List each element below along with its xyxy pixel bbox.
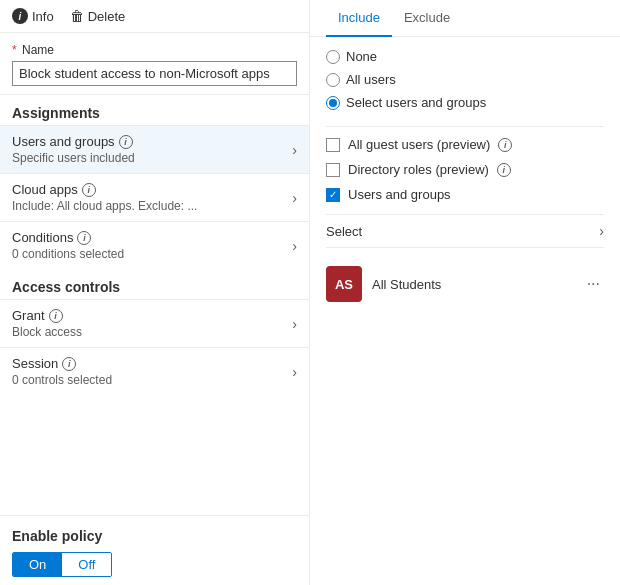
required-star: * (12, 43, 17, 57)
top-toolbar: i Info 🗑 Delete (0, 0, 309, 33)
users-groups-info-icon: i (119, 135, 133, 149)
name-label: * Name (12, 43, 297, 57)
radio-none[interactable]: None (326, 49, 604, 64)
radio-none-input[interactable] (326, 50, 340, 64)
users-groups-chevron: › (292, 142, 297, 158)
conditions-info-icon: i (77, 231, 91, 245)
checkbox-directory-roles-label: Directory roles (preview) (348, 162, 489, 177)
group-avatar: AS (326, 266, 362, 302)
checkbox-group: All guest users (preview) i Directory ro… (326, 137, 604, 202)
checkbox-users-groups[interactable]: Users and groups (326, 187, 604, 202)
users-groups-nav[interactable]: Users and groups i Specific users includ… (0, 125, 309, 173)
select-row[interactable]: Select › (326, 214, 604, 248)
delete-label: Delete (88, 9, 126, 24)
enable-policy-label: Enable policy (12, 528, 297, 544)
radio-group: None All users Select users and groups (326, 49, 604, 110)
radio-select-users-groups-label: Select users and groups (346, 95, 486, 110)
tab-exclude[interactable]: Exclude (392, 0, 462, 37)
radio-none-label: None (346, 49, 377, 64)
checkbox-directory-roles[interactable]: Directory roles (preview) i (326, 162, 604, 177)
access-controls-header: Access controls (0, 269, 309, 299)
group-item: AS All Students ··· (326, 260, 604, 308)
name-section: * Name (0, 33, 309, 95)
checkbox-users-groups-box[interactable] (326, 188, 340, 202)
radio-select-users-groups-input[interactable] (326, 96, 340, 110)
directory-roles-info-icon: i (497, 163, 511, 177)
radio-all-users[interactable]: All users (326, 72, 604, 87)
info-icon: i (12, 8, 28, 24)
conditions-nav[interactable]: Conditions i 0 conditions selected › (0, 221, 309, 269)
info-label: Info (32, 9, 54, 24)
checkbox-guest-users[interactable]: All guest users (preview) i (326, 137, 604, 152)
right-panel: Include Exclude None All users Select us… (310, 0, 620, 585)
radio-all-users-input[interactable] (326, 73, 340, 87)
cloud-apps-chevron: › (292, 190, 297, 206)
grant-nav[interactable]: Grant i Block access › (0, 299, 309, 347)
info-button[interactable]: i Info (12, 8, 54, 24)
checkbox-users-groups-label: Users and groups (348, 187, 451, 202)
toggle-off-button[interactable]: Off (62, 553, 111, 576)
checkbox-directory-roles-box[interactable] (326, 163, 340, 177)
cloud-apps-subtitle: Include: All cloud apps. Exclude: ... (12, 199, 292, 213)
session-title: Session (12, 356, 58, 371)
users-groups-subtitle: Specific users included (12, 151, 292, 165)
toggle-on-button[interactable]: On (13, 553, 62, 576)
checkbox-guest-users-box[interactable] (326, 138, 340, 152)
select-label: Select (326, 224, 362, 239)
delete-icon: 🗑 (70, 8, 84, 24)
grant-title: Grant (12, 308, 45, 323)
session-nav[interactable]: Session i 0 controls selected › (0, 347, 309, 395)
enable-policy-section: Enable policy On Off (0, 515, 309, 585)
left-panel: i Info 🗑 Delete * Name Assignments Users… (0, 0, 310, 585)
grant-subtitle: Block access (12, 325, 292, 339)
guest-users-info-icon: i (498, 138, 512, 152)
radio-all-users-label: All users (346, 72, 396, 87)
cloud-apps-title: Cloud apps (12, 182, 78, 197)
conditions-title: Conditions (12, 230, 73, 245)
radio-select-users-groups[interactable]: Select users and groups (326, 95, 604, 110)
group-ellipsis-button[interactable]: ··· (583, 275, 604, 293)
checkbox-guest-users-label: All guest users (preview) (348, 137, 490, 152)
select-chevron: › (599, 223, 604, 239)
users-groups-title: Users and groups (12, 134, 115, 149)
grant-chevron: › (292, 316, 297, 332)
session-info-icon: i (62, 357, 76, 371)
tab-bar: Include Exclude (310, 0, 620, 37)
enable-policy-toggle[interactable]: On Off (12, 552, 112, 577)
conditions-subtitle: 0 conditions selected (12, 247, 292, 261)
right-content: None All users Select users and groups A… (310, 37, 620, 585)
policy-name-input[interactable] (12, 61, 297, 86)
cloud-apps-info-icon: i (82, 183, 96, 197)
session-subtitle: 0 controls selected (12, 373, 292, 387)
cloud-apps-nav[interactable]: Cloud apps i Include: All cloud apps. Ex… (0, 173, 309, 221)
session-chevron: › (292, 364, 297, 380)
tab-include[interactable]: Include (326, 0, 392, 37)
group-name: All Students (372, 277, 441, 292)
conditions-chevron: › (292, 238, 297, 254)
delete-button[interactable]: 🗑 Delete (70, 8, 126, 24)
assignments-header: Assignments (0, 95, 309, 125)
grant-info-icon: i (49, 309, 63, 323)
divider-1 (326, 126, 604, 127)
